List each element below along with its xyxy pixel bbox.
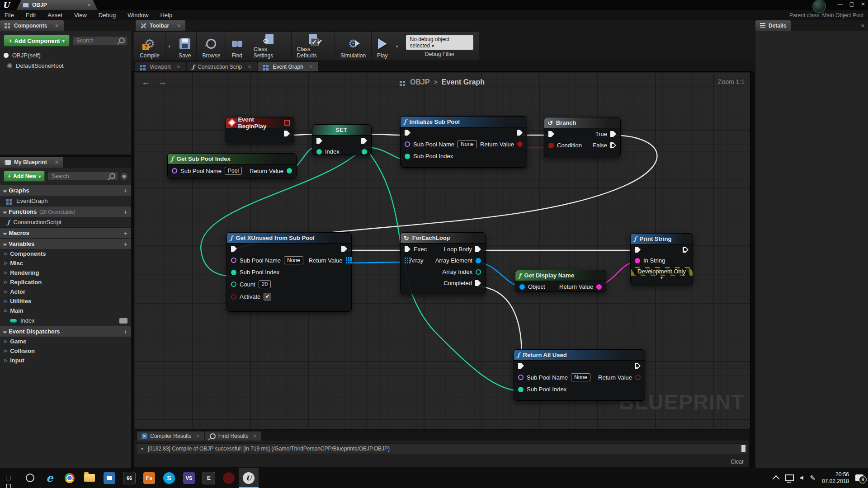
exec-out-pin[interactable] bbox=[683, 247, 689, 253]
taskbar-app-explorer[interactable] bbox=[80, 468, 99, 488]
close-icon[interactable]: ✕ bbox=[248, 64, 251, 69]
functions-section-header[interactable]: Functions (20 Overridable) + bbox=[0, 206, 131, 217]
exec-in-pin[interactable] bbox=[316, 138, 322, 144]
close-icon[interactable]: ✕ bbox=[253, 434, 256, 439]
add-graph-button[interactable]: + bbox=[123, 187, 127, 194]
taskbar-app-skype[interactable]: S bbox=[159, 468, 179, 488]
activate-pin[interactable] bbox=[231, 294, 236, 300]
return-value-pin[interactable] bbox=[517, 141, 523, 147]
taskbar-app-vscode[interactable]: VS bbox=[179, 468, 199, 488]
add-dispatcher-button[interactable]: + bbox=[123, 328, 127, 335]
asset-tab-objp[interactable]: OBJP ✕ bbox=[16, 0, 98, 10]
true-exec-pin[interactable] bbox=[610, 131, 616, 137]
node-get-xunused-from-sub-pool[interactable]: ƒ Get XUnused from Sub Pool Sub Pool Nam… bbox=[226, 232, 352, 312]
node-event-begin-play[interactable]: Event BeginPlay bbox=[226, 117, 294, 143]
menu-window[interactable]: Window bbox=[127, 12, 148, 19]
activate-checkbox[interactable] bbox=[264, 293, 271, 300]
menu-file[interactable]: File bbox=[5, 12, 14, 19]
network-icon[interactable] bbox=[785, 474, 794, 481]
add-new-button[interactable]: + Add New ▾ bbox=[4, 171, 45, 182]
add-variable-button[interactable]: + bbox=[123, 240, 127, 248]
variables-section-header[interactable]: Variables + bbox=[0, 238, 131, 249]
array-return-pin[interactable] bbox=[346, 257, 347, 258]
construction-script-item[interactable]: ƒ ConstructionScript bbox=[0, 217, 131, 227]
taskbar-app-store[interactable] bbox=[99, 468, 119, 488]
sub-pool-name-pin[interactable] bbox=[172, 168, 177, 174]
compiler-log-row[interactable]: • [0132.83] Compile of OBJP successful! … bbox=[136, 443, 747, 454]
sub-pool-index-pin[interactable] bbox=[231, 270, 236, 275]
breadcrumb-root[interactable]: OBJP bbox=[410, 78, 430, 86]
variable-category-rendering[interactable]: Rendering bbox=[0, 268, 131, 277]
add-macro-button[interactable]: + bbox=[123, 229, 127, 237]
search-button[interactable] bbox=[20, 468, 40, 488]
exec-out-pin[interactable] bbox=[284, 131, 290, 136]
exec-in-pin[interactable] bbox=[548, 131, 554, 137]
exec-out-pin[interactable] bbox=[361, 138, 367, 144]
sub-pool-name-pin[interactable] bbox=[231, 258, 236, 263]
sub-pool-index-pin[interactable] bbox=[405, 154, 410, 159]
variable-category-components[interactable]: Components bbox=[0, 249, 131, 258]
exec-in-pin[interactable] bbox=[635, 247, 641, 253]
variable-category-replication[interactable]: Replication bbox=[0, 277, 131, 287]
array-element-pin[interactable] bbox=[476, 258, 481, 263]
return-value-pin[interactable] bbox=[596, 284, 602, 290]
start-button[interactable] bbox=[0, 468, 20, 488]
my-blueprint-tab[interactable]: My Blueprint ✕ bbox=[0, 157, 63, 168]
exec-in-pin[interactable] bbox=[518, 363, 524, 369]
notification-center-icon[interactable]: 9 bbox=[855, 474, 863, 481]
expand-node-chevron-icon[interactable]: ▼ bbox=[631, 276, 693, 280]
close-icon[interactable]: ✕ bbox=[55, 160, 59, 165]
clear-button[interactable]: Clear bbox=[731, 459, 744, 465]
menu-edit[interactable]: Edit bbox=[26, 12, 36, 19]
node-set-index[interactable]: SET Index bbox=[312, 124, 372, 155]
compiler-results-tab[interactable]: Compiler Results ✕ bbox=[137, 432, 204, 441]
variable-row-index[interactable]: Index bbox=[0, 315, 131, 326]
close-icon[interactable]: ✕ bbox=[55, 23, 59, 29]
taskbar-app-epic[interactable]: E bbox=[199, 468, 219, 488]
dispatcher-category-game[interactable]: Game bbox=[0, 337, 131, 346]
exec-in-pin[interactable] bbox=[231, 246, 237, 252]
variable-category-actor[interactable]: Actor bbox=[0, 287, 131, 296]
close-icon[interactable]: ✕ bbox=[309, 64, 313, 69]
volume-icon[interactable] bbox=[800, 476, 803, 480]
maximize-icon[interactable]: ▢ bbox=[849, 1, 854, 7]
save-button[interactable]: Save bbox=[173, 32, 197, 61]
dispatcher-category-collision[interactable]: Collision bbox=[0, 346, 131, 356]
count-pin[interactable] bbox=[231, 282, 236, 287]
pen-icon[interactable]: ✎ bbox=[810, 474, 816, 482]
play-options-chevron-icon[interactable]: ▾ bbox=[393, 44, 401, 49]
taskbar-app-edge[interactable]: e bbox=[40, 468, 60, 488]
event-dispatchers-section-header[interactable]: Event Dispatchers + bbox=[0, 326, 131, 337]
loop-body-pin[interactable] bbox=[475, 246, 481, 252]
completed-pin[interactable] bbox=[475, 280, 481, 286]
macros-section-header[interactable]: Macros + bbox=[0, 227, 131, 238]
variable-category-utilities[interactable]: Utilities bbox=[0, 296, 131, 306]
exec-out-pin[interactable] bbox=[341, 246, 347, 252]
sub-pool-name-pin[interactable] bbox=[405, 141, 410, 147]
event-graph-canvas[interactable]: ← → OBJP > Event Graph Zoom 1:1 BLUEPRIN… bbox=[134, 71, 750, 430]
components-tab[interactable]: Components ✕ bbox=[0, 20, 64, 31]
return-value-pin[interactable] bbox=[287, 168, 292, 174]
variable-category-misc[interactable]: Misc bbox=[0, 258, 131, 268]
simulation-button[interactable]: ⚙ Simulation bbox=[335, 32, 372, 61]
exec-out-pin[interactable] bbox=[517, 130, 523, 136]
exec-in-pin[interactable] bbox=[405, 246, 410, 252]
menu-debug[interactable]: Debug bbox=[99, 12, 116, 19]
component-row-scene-root[interactable]: DefaultSceneRoot bbox=[0, 61, 131, 71]
debug-object-dropdown[interactable]: No debug object selected ▾ bbox=[406, 35, 473, 50]
variable-category-main[interactable]: Main bbox=[0, 306, 131, 315]
play-button[interactable]: Play bbox=[372, 32, 393, 61]
sub-pool-name-input[interactable]: Pool bbox=[225, 167, 242, 175]
close-icon[interactable]: ✕ bbox=[861, 23, 868, 29]
compile-button[interactable]: ⚙ ? Compile bbox=[134, 32, 165, 61]
condition-pin[interactable] bbox=[548, 143, 554, 148]
close-tab-icon[interactable]: ✕ bbox=[87, 2, 91, 8]
taskbar-app-unreal[interactable]: U bbox=[239, 468, 259, 488]
eye-filter-icon[interactable] bbox=[121, 173, 127, 180]
count-input[interactable]: 20 bbox=[259, 280, 271, 288]
class-settings-button[interactable]: ⚙ Class Settings bbox=[248, 32, 292, 61]
dispatcher-category-input[interactable]: Input bbox=[0, 356, 131, 365]
node-foreachloop[interactable]: ↻ ForEachLoop Exec Loop Body Array Array… bbox=[400, 232, 486, 294]
browse-button[interactable]: Browse bbox=[197, 32, 226, 61]
tray-chevron-up-icon[interactable] bbox=[773, 475, 780, 483]
